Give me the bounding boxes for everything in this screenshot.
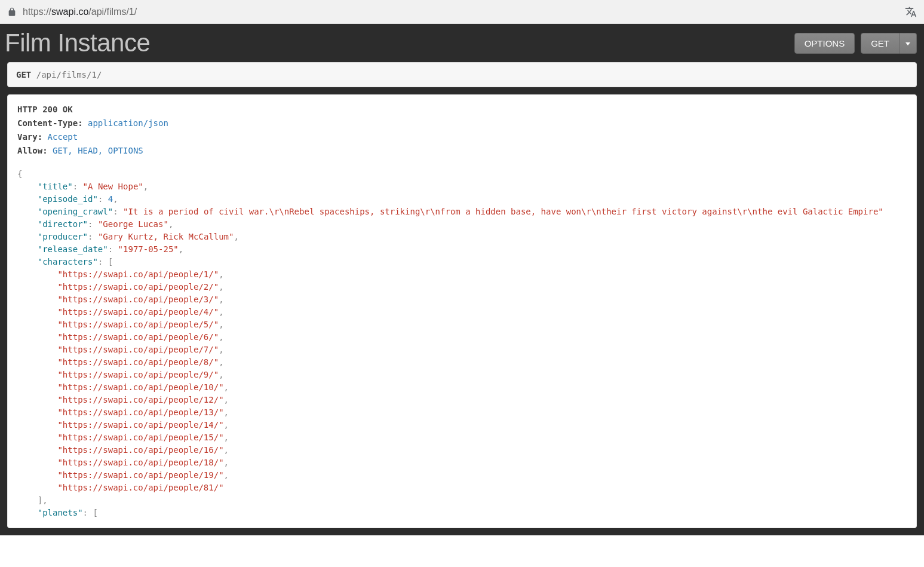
get-button[interactable]: GET bbox=[861, 33, 900, 54]
url-display[interactable]: https://swapi.co/api/films/1/ bbox=[23, 7, 899, 17]
url-path: /api/films/1/ bbox=[88, 7, 137, 17]
browser-address-bar: https://swapi.co/api/films/1/ bbox=[0, 0, 924, 24]
get-button-group: GET bbox=[861, 33, 917, 54]
options-button[interactable]: OPTIONS bbox=[794, 33, 855, 54]
page-header: Film Instance OPTIONS GET bbox=[0, 24, 924, 62]
request-method: GET bbox=[16, 70, 31, 79]
chevron-down-icon bbox=[905, 42, 910, 45]
url-host: swapi.co bbox=[51, 7, 88, 17]
header-vary: Vary: Accept bbox=[17, 131, 907, 143]
json-body: { "title": "A New Hope", "episode_id": 4… bbox=[17, 168, 907, 519]
status-line: HTTP 200 OK bbox=[17, 103, 907, 116]
response-card: HTTP 200 OK Content-Type: application/js… bbox=[7, 94, 917, 528]
header-allow: Allow: GET, HEAD, OPTIONS bbox=[17, 145, 907, 157]
page-title: Film Instance bbox=[5, 29, 150, 57]
header-content-type: Content-Type: application/json bbox=[17, 117, 907, 130]
get-dropdown-button[interactable] bbox=[900, 33, 917, 54]
url-prefix: https:// bbox=[23, 7, 51, 17]
lock-icon bbox=[7, 7, 17, 17]
request-path: /api/films/1/ bbox=[36, 70, 102, 79]
translate-icon[interactable] bbox=[905, 6, 917, 18]
header-buttons: OPTIONS GET bbox=[794, 33, 917, 54]
request-line-card: GET /api/films/1/ bbox=[7, 62, 917, 87]
